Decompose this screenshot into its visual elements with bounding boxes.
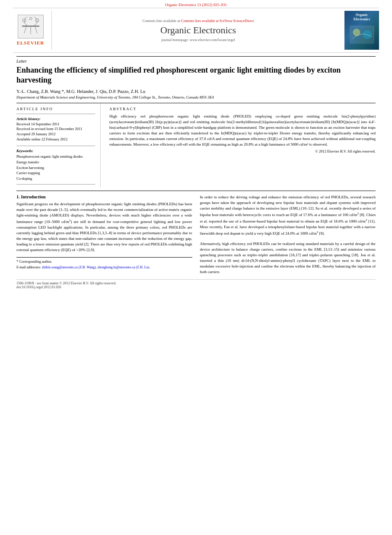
journal-reference: Organic Electronics 13 (2012) 925–931 <box>0 0 392 8</box>
sciverse-link[interactable]: Contents lists available at SciVerse Sci… <box>181 19 254 23</box>
footnote-area: * Corresponding author. E-mail addresses… <box>16 257 192 270</box>
email-addresses: zhibin.wang@utoronto.ca (Z.B. Wang), zhe… <box>42 265 150 269</box>
main-content: Letter Enhancing the efficiency of simpl… <box>0 53 392 290</box>
elsevier-graphic <box>18 15 44 38</box>
history-subtitle: Article history: <box>16 117 95 121</box>
introduction-col2-text-2: Alternatively, high efficiency red PHOLE… <box>200 241 376 275</box>
affiliation-text: Department of Materials Science and Engi… <box>16 95 376 99</box>
available-date: Available online 22 February 2012 <box>16 137 95 142</box>
body-left-column: 1. Introduction Significant progress on … <box>16 194 192 275</box>
article-info-abstract-section: ARTICLE INFO Article history: Received 1… <box>16 103 376 187</box>
journal-homepage: journal homepage: www.elsevier.com/locat… <box>161 38 235 42</box>
body-content-section: 1. Introduction Significant progress on … <box>16 191 376 275</box>
abstract-header: ABSTRACT <box>109 107 376 111</box>
divider-1 <box>16 114 95 114</box>
keywords-list: Phosphorescent organic light emitting di… <box>16 154 95 182</box>
keywords-subtitle: Keywords: <box>16 149 95 153</box>
keyword-1: Phosphorescent organic light emitting di… <box>16 154 95 159</box>
svg-point-1 <box>24 17 37 26</box>
divider-2 <box>16 146 95 146</box>
email-footnote: E-mail addresses: zhibin.wang@utoronto.c… <box>16 265 192 270</box>
article-type-label: Letter <box>16 56 376 64</box>
introduction-col1-text: Significant progress on the development … <box>16 201 192 253</box>
article-info-column: ARTICLE INFO Article history: Received 1… <box>16 103 101 187</box>
cover-title-text: OrganicElectronics <box>354 13 370 22</box>
journal-title: Organic Electronics <box>160 25 236 36</box>
leading-text: leading <box>16 242 28 246</box>
corresponding-author-note: * Corresponding author. <box>16 259 192 264</box>
email-label: E-mail addresses: <box>16 265 41 269</box>
svg-line-2 <box>24 26 26 33</box>
authors-text: Y.-L. Chang, Z.B. Wang *, M.G. Helander,… <box>16 89 145 94</box>
keywords-block: Keywords: Phosphorescent organic light e… <box>16 149 95 182</box>
journal-banner: ELSEVIER Contents lists available at Con… <box>13 8 379 53</box>
divider-3 <box>16 184 95 185</box>
contents-text: Contents lists available at <box>142 19 181 23</box>
abstract-column: ABSTRACT High efficiency red phosphoresc… <box>109 103 376 187</box>
svg-line-3 <box>35 26 37 33</box>
accepted-date: Accepted 29 January 2012 <box>16 132 95 137</box>
doi-line: doi:10.1016/j.orgel.2012.01.026 <box>16 285 376 289</box>
keyword-3: Exciton harvesting <box>16 165 95 171</box>
authors-line: Y.-L. Chang, Z.B. Wang *, M.G. Helander,… <box>16 89 376 94</box>
received-2: Received in revised form 15 December 201… <box>16 127 95 132</box>
issn-line: 1566-1199/$ - see front matter © 2012 El… <box>16 281 376 285</box>
svg-point-7 <box>29 17 32 20</box>
received-1: Received 14 September 2011 <box>16 122 95 127</box>
abstract-content: High efficiency red phosphorescent organ… <box>109 114 376 146</box>
keyword-2: Energy transfer <box>16 159 95 165</box>
journal-cover-image: OrganicElectronics <box>344 11 379 50</box>
contents-line: Contents lists available at Contents lis… <box>142 19 254 23</box>
article-info-header: ARTICLE INFO <box>16 107 95 111</box>
elsevier-logo-block: ELSEVIER <box>13 11 52 50</box>
the-word: the <box>282 195 287 199</box>
body-right-column: In order to reduce the driving voltage a… <box>200 194 376 275</box>
bottom-bar: 1566-1199/$ - see front matter © 2012 El… <box>16 279 376 289</box>
journal-center-block: Contents lists available at Contents lis… <box>52 11 344 50</box>
abstract-text: High efficiency red phosphorescent organ… <box>109 114 376 147</box>
elsevier-brand-text: ELSEVIER <box>17 40 45 45</box>
article-history-block: Article history: Received 14 September 2… <box>16 117 95 143</box>
journal-ref-text: Organic Electronics 13 (2012) 925–931 <box>165 3 227 7</box>
introduction-col2-text: In order to reduce the driving voltage a… <box>200 194 376 236</box>
keyword-4: Carrier trapping <box>16 170 95 176</box>
copyright-notice: © 2012 Elsevier B.V. All rights reserved… <box>109 149 376 153</box>
introduction-title: 1. Introduction <box>16 194 192 199</box>
article-title: Enhancing the efficiency of simplified r… <box>16 65 376 86</box>
keyword-5: Co-doping <box>16 176 95 182</box>
